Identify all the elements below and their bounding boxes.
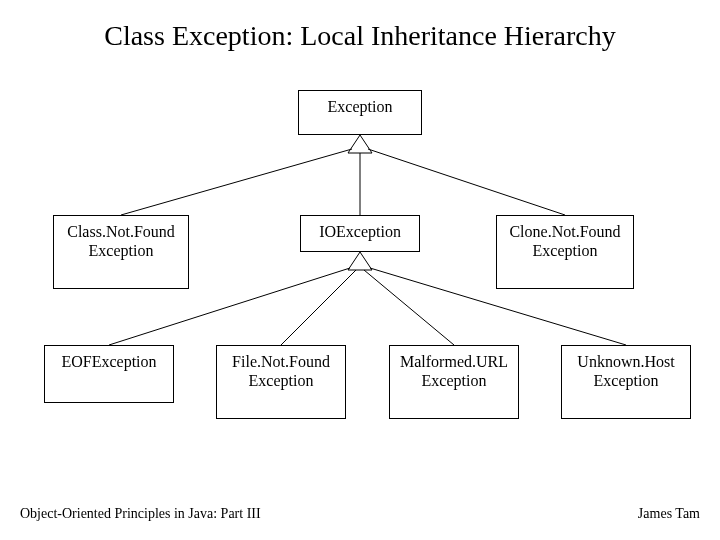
node-class-not-found-exception: Class.Not.Found Exception <box>53 215 189 289</box>
footer-left: Object-Oriented Principles in Java: Part… <box>20 506 261 522</box>
footer-right: James Tam <box>638 506 700 522</box>
node-exception: Exception <box>298 90 422 135</box>
svg-marker-4 <box>348 252 372 270</box>
slide-title: Class Exception: Local Inheritance Hiera… <box>0 20 720 52</box>
node-file-not-found-exception: File.Not.Found Exception <box>216 345 346 419</box>
svg-line-7 <box>364 270 454 345</box>
node-clone-not-found-exception: Clone.Not.Found Exception <box>496 215 634 289</box>
node-malformed-url-exception: Malformed.URL Exception <box>389 345 519 419</box>
node-io-exception: IOException <box>300 215 420 252</box>
svg-marker-0 <box>348 135 372 153</box>
svg-line-6 <box>281 270 356 345</box>
svg-line-3 <box>368 149 565 215</box>
svg-line-1 <box>121 149 352 215</box>
node-unknown-host-exception: Unknown.Host Exception <box>561 345 691 419</box>
node-eof-exception: EOFException <box>44 345 174 403</box>
